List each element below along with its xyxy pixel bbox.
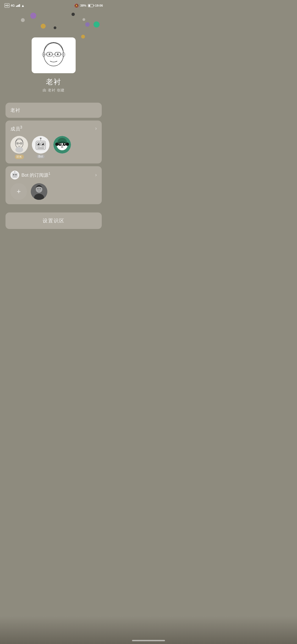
member-badge: 区长 <box>15 155 24 159</box>
members-count: 3 <box>20 125 22 129</box>
decorative-dot <box>54 26 56 29</box>
svg-point-28 <box>40 138 42 139</box>
sub-bot-svg <box>10 171 19 179</box>
members-title: 成员3 <box>10 125 22 132</box>
svg-point-17 <box>15 147 23 152</box>
bell-icon: 🔕 <box>74 4 79 8</box>
decorative-dot <box>81 35 85 39</box>
svg-point-33 <box>60 143 61 144</box>
hd-badge: HD <box>4 3 10 8</box>
group-name: 老衬 <box>10 107 97 113</box>
svg-point-43 <box>15 174 16 175</box>
status-right: 🔕 38% 19:06 <box>74 4 103 8</box>
svg-point-25 <box>42 143 43 144</box>
subscription-chevron[interactable]: › <box>95 172 97 178</box>
battery-percent: 38% <box>80 4 86 7</box>
members-chevron[interactable]: › <box>95 125 97 131</box>
member1-avatar-svg <box>10 136 28 154</box>
status-bar: HD 4G ▲ 🔕 38% 19:06 <box>0 0 107 10</box>
add-subscription-button[interactable]: + <box>10 183 27 200</box>
svg-point-46 <box>15 171 15 172</box>
subscriber-avatar <box>31 183 47 200</box>
member-badge: Bot <box>37 155 45 158</box>
settings-button[interactable]: 设置识区 <box>6 212 102 229</box>
member3-avatar-svg <box>53 136 71 154</box>
profile-subtitle: 由 老衬 创建 <box>43 88 64 93</box>
subscription-title-row: Bot 的订阅源1 <box>10 171 50 179</box>
bot-avatar <box>32 136 50 154</box>
avatar <box>10 136 28 154</box>
svg-point-9 <box>57 53 59 55</box>
avatar-sketch <box>38 40 69 70</box>
subscription-members-row: + <box>10 183 97 200</box>
signal-bars <box>16 4 20 7</box>
profile-name: 老衬 <box>46 77 61 87</box>
svg-point-8 <box>49 53 50 55</box>
subscription-title: Bot 的订阅源1 <box>21 172 50 178</box>
avatar <box>32 136 50 154</box>
profile-avatar <box>32 37 76 73</box>
avatar <box>53 136 71 154</box>
clock: 19:06 <box>95 4 103 7</box>
svg-rect-44 <box>13 176 16 177</box>
svg-point-51 <box>40 188 41 189</box>
subscription-card[interactable]: Bot 的订阅源1 › + <box>6 166 102 204</box>
svg-point-42 <box>13 174 14 175</box>
decorative-dot <box>94 21 100 28</box>
name-card: 老衬 <box>6 103 102 118</box>
battery-fill <box>89 5 90 7</box>
decorative-dot <box>41 24 46 29</box>
settings-section: 设置识区 <box>0 204 107 229</box>
decorative-dot <box>21 18 25 22</box>
subscription-bot-icon <box>10 171 19 179</box>
svg-point-37 <box>66 143 69 146</box>
svg-rect-26 <box>37 148 44 149</box>
members-card[interactable]: 成员3 › <box>6 121 102 163</box>
subscription-header[interactable]: Bot 的订阅源1 › <box>10 171 97 179</box>
svg-point-50 <box>37 188 38 189</box>
decorative-dot <box>30 13 36 19</box>
decorative-dot <box>85 22 90 27</box>
subscriber-svg <box>31 183 47 200</box>
members-header[interactable]: 成员3 › <box>10 125 97 132</box>
svg-point-16 <box>21 143 21 144</box>
wifi-icon: ▲ <box>21 4 25 8</box>
list-item: 区长 <box>10 136 28 159</box>
svg-point-34 <box>64 143 65 144</box>
battery-icon <box>88 4 94 7</box>
decorative-dot <box>72 13 75 16</box>
svg-point-15 <box>17 143 18 144</box>
list-item: Bot <box>32 136 50 158</box>
svg-point-36 <box>55 143 59 146</box>
members-list: 区长 <box>10 136 97 159</box>
svg-point-24 <box>38 143 38 144</box>
members-label: 成员 <box>10 126 20 132</box>
cards-container: 老衬 成员3 › <box>0 103 107 204</box>
status-left: HD 4G ▲ <box>4 3 25 8</box>
bot-avatar-svg <box>32 136 50 154</box>
decorative-dot <box>82 18 85 21</box>
profile-section: 老衬 由 老衬 创建 <box>0 37 107 98</box>
list-item <box>53 136 71 154</box>
signal-4g: 4G <box>11 4 15 7</box>
svg-point-35 <box>61 145 63 146</box>
